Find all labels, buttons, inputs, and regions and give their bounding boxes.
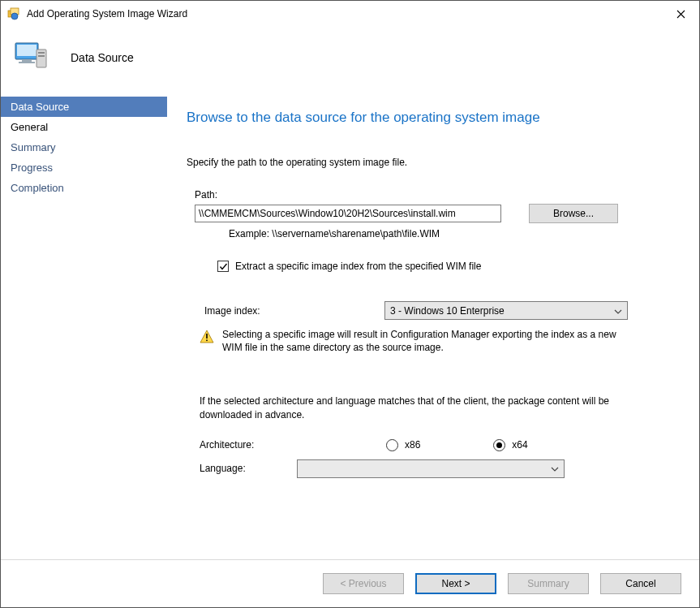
wizard-body: Data Source General Summary Progress Com… xyxy=(1,95,699,560)
radio-icon xyxy=(386,439,398,451)
nav-item-general[interactable]: General xyxy=(1,117,167,137)
nav-item-label: General xyxy=(11,121,48,133)
extract-index-checkbox[interactable] xyxy=(217,261,229,272)
architecture-group: x86 x64 xyxy=(386,439,528,451)
svg-rect-5 xyxy=(22,59,32,62)
extract-index-label: Extract a specific image index from the … xyxy=(235,261,481,272)
nav-item-progress[interactable]: Progress xyxy=(1,157,167,178)
next-button[interactable]: Next > xyxy=(415,573,496,594)
example-text: Example: \\servername\sharename\path\fil… xyxy=(229,228,680,239)
svg-rect-10 xyxy=(206,334,208,338)
cancel-button[interactable]: Cancel xyxy=(600,573,681,594)
chevron-down-icon xyxy=(551,463,559,474)
page-title: Browse to the data source for the operat… xyxy=(187,110,680,126)
svg-rect-9 xyxy=(38,55,45,57)
svg-rect-11 xyxy=(206,340,208,342)
wizard-footer: < Previous Next > Summary Cancel xyxy=(1,560,699,607)
chevron-down-icon xyxy=(614,305,622,317)
step-heading: Data Source xyxy=(71,51,134,64)
svg-point-2 xyxy=(11,13,18,19)
image-index-value: 3 - Windows 10 Enterprise xyxy=(390,305,505,317)
svg-rect-8 xyxy=(38,52,45,54)
window-title: Add Operating System Image Wizard xyxy=(27,8,662,19)
close-button[interactable] xyxy=(662,1,699,27)
arch-x64-radio[interactable]: x64 xyxy=(493,439,527,451)
nav-item-summary[interactable]: Summary xyxy=(1,137,167,157)
svg-rect-6 xyxy=(19,62,35,63)
nav-item-label: Progress xyxy=(11,162,53,174)
warning-icon xyxy=(200,330,214,344)
radio-label: x64 xyxy=(512,439,527,451)
wizard-nav: Data Source General Summary Progress Com… xyxy=(1,95,167,559)
radio-icon xyxy=(493,439,505,451)
image-index-select[interactable]: 3 - Windows 10 Enterprise xyxy=(384,301,628,320)
advance-download-text: If the selected architecture and languag… xyxy=(200,395,621,420)
svg-rect-4 xyxy=(17,45,37,56)
language-select[interactable] xyxy=(297,459,565,478)
wizard-window: Add Operating System Image Wizard Data S… xyxy=(0,0,700,608)
path-label: Path: xyxy=(195,189,680,201)
arch-x86-radio[interactable]: x86 xyxy=(386,439,420,451)
path-input[interactable] xyxy=(195,205,501,222)
nav-item-label: Completion xyxy=(11,182,64,194)
computer-icon xyxy=(12,38,51,77)
app-icon xyxy=(7,7,20,20)
nav-item-completion[interactable]: Completion xyxy=(1,178,167,198)
architecture-label: Architecture: xyxy=(200,439,386,451)
browse-button[interactable]: Browse... xyxy=(529,204,618,223)
nav-item-label: Data Source xyxy=(11,101,69,113)
titlebar: Add Operating System Image Wizard xyxy=(1,1,699,27)
previous-button[interactable]: < Previous xyxy=(323,573,404,594)
checkmark-icon xyxy=(219,262,228,271)
warning-text: Selecting a specific image will result i… xyxy=(222,328,636,354)
close-icon xyxy=(676,10,685,19)
image-index-label: Image index: xyxy=(204,305,384,317)
summary-button[interactable]: Summary xyxy=(508,573,589,594)
radio-label: x86 xyxy=(405,439,420,451)
wizard-page: Browse to the data source for the operat… xyxy=(167,95,699,559)
language-label: Language: xyxy=(200,463,297,474)
nav-item-label: Summary xyxy=(11,141,56,153)
wizard-header: Data Source xyxy=(1,27,699,95)
instruction-text: Specify the path to the operating system… xyxy=(187,157,680,168)
nav-item-data-source[interactable]: Data Source xyxy=(1,97,167,117)
